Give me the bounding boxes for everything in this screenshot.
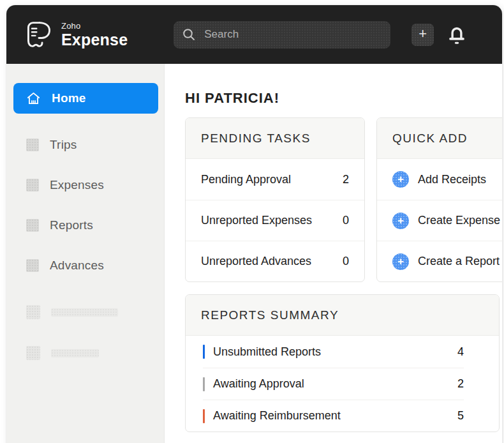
unreported-expenses-row[interactable]: Unreported Expenses 0 [186,200,364,241]
row-label: Pending Approval [201,173,291,186]
reports-summary-body: Unsubmitted Reports 4 Awaiting Approval … [203,336,464,432]
sidebar-skeleton-item [6,304,164,320]
awaiting-reimbursement-row[interactable]: Awaiting Reimbursement 5 [203,400,464,432]
zoho-expense-logo[interactable]: Zoho Expense [24,19,128,50]
unsubmitted-reports-row[interactable]: Unsubmitted Reports 4 [203,336,464,368]
quick-add-label: Add Receipts [418,173,486,186]
reports-icon [26,219,39,232]
add-receipts-button[interactable]: Add Receipts [377,159,502,200]
brand-zoho: Zoho [61,22,128,30]
row-label: Unreported Advances [201,255,311,268]
row-value: 2 [457,377,464,391]
search-bar[interactable] [174,21,390,49]
sidebar-item-label: Advances [50,259,104,273]
skeleton-icon [26,305,40,319]
quick-add-label: Create Expense [418,214,500,227]
skeleton-icon [26,346,40,360]
search-icon [182,28,195,41]
row-label: Awaiting Approval [213,377,304,391]
top-cards-row: PENDING TASKS Pending Approval 2 Unrepor… [185,117,502,282]
quick-add-label: Create a Report [418,255,500,268]
bell-icon [446,23,468,46]
row-value: 5 [457,409,464,423]
pending-tasks-card: PENDING TASKS Pending Approval 2 Unrepor… [185,117,365,282]
pending-tasks-title: PENDING TASKS [186,118,364,159]
row-value: 4 [457,345,464,359]
status-color-bar [203,409,205,423]
sidebar-item-label: Trips [50,138,77,152]
plus-circle-icon [392,253,409,270]
home-icon [26,91,41,106]
sidebar-item-trips[interactable]: Trips [6,136,164,154]
create-report-button[interactable]: Create a Report [377,241,502,282]
row-value: 2 [343,173,349,186]
greeting-heading: HI PATRICIA! [185,90,502,107]
sidebar-item-expenses[interactable]: Expenses [6,176,164,194]
notifications-button[interactable] [446,23,468,46]
status-color-bar [203,377,205,391]
skeleton-label [51,349,99,357]
status-color-bar [203,345,205,359]
sidebar-item-home[interactable]: Home [13,83,158,114]
pending-approval-row[interactable]: Pending Approval 2 [186,159,364,200]
sidebar-item-label: Expenses [50,178,104,192]
row-label: Unreported Expenses [201,214,312,227]
awaiting-approval-row[interactable]: Awaiting Approval 2 [203,368,464,400]
app-window: Zoho Expense + [6,5,502,443]
sidebar-skeleton-item [6,345,164,361]
top-bar: Zoho Expense + [6,5,502,64]
skeleton-label [51,308,118,317]
search-input[interactable] [204,28,382,41]
unreported-advances-row[interactable]: Unreported Advances 0 [186,241,364,282]
row-value: 0 [343,255,349,268]
quick-add-title: QUICK ADD [377,118,502,159]
advances-icon [26,259,39,272]
row-value: 0 [343,214,349,227]
brand-expense: Expense [61,32,128,48]
add-button[interactable]: + [411,24,434,46]
create-expense-button[interactable]: Create Expense [377,200,502,241]
row-label: Awaiting Reimbursement [213,409,341,423]
plus-circle-icon [392,213,409,229]
sidebar-item-advances[interactable]: Advances [6,257,164,274]
expenses-icon [26,179,39,191]
sidebar: Home Trips Expenses Reports Advances [6,64,165,443]
sidebar-item-label: Reports [50,218,93,232]
trips-icon [26,139,39,151]
logo-text: Zoho Expense [61,22,128,48]
main-content: HI PATRICIA! PENDING TASKS Pending Appro… [165,64,502,443]
quick-add-card: QUICK ADD Add Receipts Create Expense Cr… [376,117,502,282]
sidebar-item-reports[interactable]: Reports [6,216,164,234]
receipt-icon [24,19,54,50]
row-label: Unsubmitted Reports [213,345,321,359]
reports-summary-card: REPORTS SUMMARY Unsubmitted Reports 4 Aw… [185,294,500,432]
reports-summary-title: REPORTS SUMMARY [186,295,499,336]
sidebar-item-label: Home [52,91,86,105]
app-body: Home Trips Expenses Reports Advances [6,64,502,443]
plus-circle-icon [392,171,409,188]
